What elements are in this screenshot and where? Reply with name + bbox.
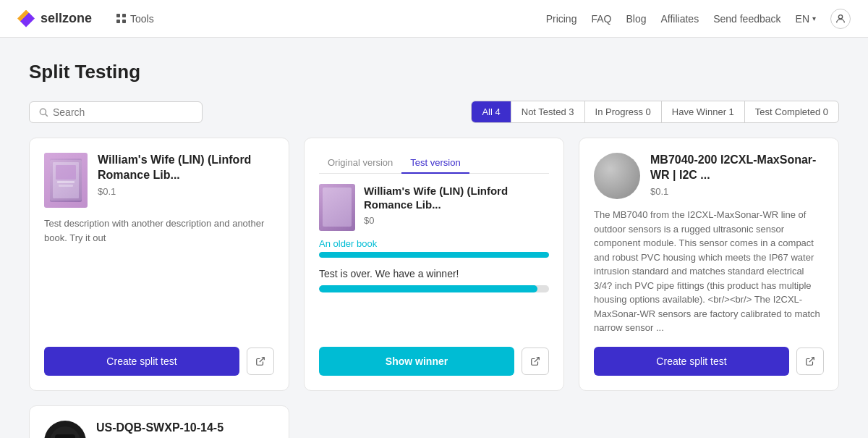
card1-header: William's Wife (LIN) (Linford Romance Li… [44,153,274,208]
version-tabs: Original version Test version [319,153,549,174]
header-left: sellzone Tools [17,9,161,29]
search-icon [38,107,48,117]
card2-field-bar-fill [319,252,549,258]
cards-row2: US-DQB-SWXP-10-14-5 $520 [29,405,839,439]
tools-label: Tools [130,13,154,25]
card3-product-name: MB7040-200 I2CXL-MaxSonar-WR | I2C ... [650,153,824,183]
external-link-button-2[interactable] [522,348,549,375]
card1-product-info: William's Wife (LIN) (Linford Romance Li… [98,153,274,197]
card1-product-price: $0.1 [98,186,274,197]
nav-pricing[interactable]: Pricing [546,13,577,25]
card1-footer: Create split test [44,347,274,376]
product-image-2 [319,184,355,231]
card2-field-label: An older book [319,238,549,249]
card3-footer: Create split test [594,347,824,376]
grid-icon [116,14,126,23]
product-card-1: William's Wife (LIN) (Linford Romance Li… [29,138,289,391]
card2-product-row: William's Wife (LIN) (Linford Romance Li… [319,184,549,231]
language-selector[interactable]: EN ▾ [796,13,816,25]
card2-field-bar [319,252,549,258]
external-link-button-1[interactable] [247,348,274,375]
filter-tab-have-winner[interactable]: Have Winner 1 [662,101,745,122]
svg-point-1 [40,109,46,114]
filter-tabs: All 4 Not Tested 3 In Progress 0 Have Wi… [471,101,839,123]
card3-description: The MB7040 from the I2CXL-MaxSonar-WR li… [594,208,824,335]
external-link-icon-2 [530,356,540,366]
external-link-icon-3 [805,356,815,366]
card2-progress-fill [319,285,537,292]
product-card-3: MB7040-200 I2CXL-MaxSonar-WR | I2C ... $… [579,138,839,391]
user-avatar[interactable] [830,9,851,29]
card1-product-name: William's Wife (LIN) (Linford Romance Li… [98,153,274,183]
main-nav: Pricing FAQ Blog Affiliates Send feedbac… [546,9,851,29]
filter-bar: All 4 Not Tested 3 In Progress 0 Have Wi… [29,101,839,123]
card2-product-price: $0 [364,215,549,226]
nav-send-feedback[interactable]: Send feedback [713,13,780,25]
logo[interactable]: sellzone [17,10,92,28]
nav-affiliates[interactable]: Affiliates [660,13,699,25]
tools-button[interactable]: Tools [109,9,161,29]
external-link-button-3[interactable] [796,348,824,375]
product-card-4: US-DQB-SWXP-10-14-5 $520 [29,405,289,439]
original-version-tab[interactable]: Original version [319,153,401,174]
product-card-2: Original version Test version William's … [304,138,564,391]
svg-point-0 [838,14,842,18]
card4-product-name: US-DQB-SWXP-10-14-5 [96,421,224,436]
logo-text: sellzone [41,11,92,26]
card2-winner-text: Test is over. We have a winner! [319,268,549,279]
card2-progress-bar [319,285,549,292]
svg-line-4 [535,357,539,361]
page-content: Split Testing All 4 Not Tested 3 In Prog… [0,38,868,438]
filter-tab-all[interactable]: All 4 [472,101,511,122]
card2-product-name: William's Wife (LIN) (Linford Romance Li… [364,184,549,212]
card3-product-info: MB7040-200 I2CXL-MaxSonar-WR | I2C ... $… [650,153,824,197]
nav-faq[interactable]: FAQ [591,13,611,25]
search-wrapper [29,101,203,123]
filter-tab-in-progress[interactable]: In Progress 0 [585,101,662,122]
create-split-test-button-1[interactable]: Create split test [44,347,239,376]
filter-tab-completed[interactable]: Test Completed 0 [745,101,838,122]
svg-line-3 [260,357,264,361]
card2-footer: Show winner [319,347,549,376]
product-image-4 [44,421,86,439]
card3-product-price: $0.1 [650,186,824,197]
page-title: Split Testing [29,61,839,83]
product-image-3 [594,153,640,199]
product-image-1 [44,153,88,208]
search-input[interactable] [53,106,193,118]
create-split-test-button-3[interactable]: Create split test [594,347,789,376]
card2-product-info: William's Wife (LIN) (Linford Romance Li… [364,184,549,226]
cards-grid: William's Wife (LIN) (Linford Romance Li… [29,138,839,391]
external-link-icon [255,356,265,366]
nav-blog[interactable]: Blog [626,13,646,25]
chevron-down-icon: ▾ [812,14,816,22]
header: sellzone Tools Pricing FAQ Blog Affiliat… [0,0,868,38]
card4-product-info: US-DQB-SWXP-10-14-5 $520 [96,421,224,439]
logo-diamond-icon [17,10,35,28]
test-version-tab[interactable]: Test version [401,153,469,174]
card1-description: Test description with another descriptio… [44,216,274,335]
show-winner-button[interactable]: Show winner [319,347,514,376]
filter-tab-not-tested[interactable]: Not Tested 3 [511,101,585,122]
svg-line-5 [809,357,814,361]
lang-text: EN [796,13,809,25]
card3-header: MB7040-200 I2CXL-MaxSonar-WR | I2C ... $… [594,153,824,199]
svg-line-2 [46,114,48,116]
